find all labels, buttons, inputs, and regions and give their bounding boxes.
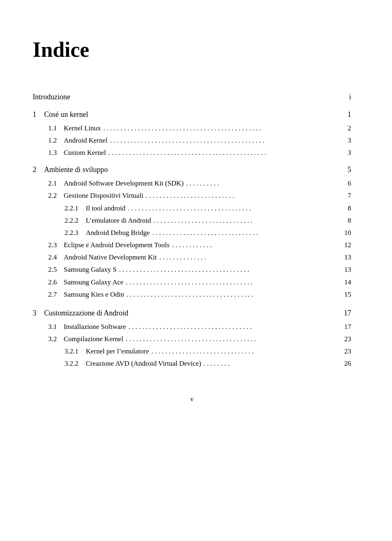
- chapter-3-label: Customizzazione di Android: [44, 307, 128, 319]
- toc-section-2-6: 2.6 Samsung Galaxy Ace . . . . . . . . .…: [33, 277, 351, 288]
- toc-section-2-3: 2.3 Eclipse e Android Development Tools …: [33, 239, 351, 250]
- subsection-2-2-3-label: Android Debug Bridge: [86, 227, 150, 238]
- section-3-2-number: 3.2: [48, 333, 64, 344]
- chapter-2-dots: [110, 164, 342, 175]
- toc-subsection-3-2-2: 3.2.2 Creazione AVD (Android Virtual Dev…: [33, 358, 351, 369]
- section-1-1-dots: . . . . . . . . . . . . . . . . . . . . …: [103, 123, 342, 134]
- section-2-3-label: Eclipse e Android Development Tools: [64, 239, 169, 250]
- chapter-1-dots: [91, 109, 342, 120]
- subsection-2-2-2-number: 2.2.2: [65, 215, 86, 226]
- subsection-3-2-2-page: 26: [344, 358, 351, 369]
- section-3-1-dots: . . . . . . . . . . . . . . . . . . . . …: [128, 321, 342, 332]
- subsection-2-2-2-page: 8: [345, 215, 351, 226]
- toc-section-3-2: 3.2 Compilazione Kernel . . . . . . . . …: [33, 333, 351, 344]
- section-1-3-label: Custom Kernel: [64, 147, 106, 158]
- toc-chapter-3: 3 Customizzazione di Android 17: [33, 307, 351, 319]
- section-3-2-page: 23: [344, 333, 351, 344]
- intro-label: Introduzione: [33, 91, 70, 103]
- section-2-1-label: Android Software Development Kit (SDK): [64, 178, 184, 189]
- section-2-7-dots: . . . . . . . . . . . . . . . . . . . . …: [127, 289, 342, 300]
- section-3-1-page: 17: [344, 321, 351, 332]
- intro-page: i: [345, 91, 351, 103]
- toc-section-1-2: 1.2 Android Kernel . . . . . . . . . . .…: [33, 135, 351, 146]
- section-1-2-dots: . . . . . . . . . . . . . . . . . . . . …: [110, 135, 342, 146]
- page-footer: v: [33, 394, 351, 405]
- toc-section-2-7: 2.7 Samsung Kies e Odin . . . . . . . . …: [33, 289, 351, 300]
- section-3-1-number: 3.1: [48, 321, 64, 332]
- section-2-6-dots: . . . . . . . . . . . . . . . . . . . . …: [126, 277, 342, 288]
- toc-subsection-2-2-3: 2.2.3 Android Debug Bridge . . . . . . .…: [33, 227, 351, 238]
- intro-dots: [73, 92, 342, 103]
- section-1-2-page: 3: [345, 135, 351, 146]
- section-2-4-label: Android Native Development Kit: [64, 252, 157, 263]
- page-title: Indice: [33, 33, 351, 67]
- section-1-3-number: 1.3: [48, 147, 64, 158]
- subsection-2-2-2-label: L’emulatore di Android: [86, 215, 151, 226]
- section-1-1-page: 2: [345, 123, 351, 134]
- chapter-1-number: 1: [33, 109, 44, 121]
- subsection-2-2-2-dots: . . . . . . . . . . . . . . . . . . . . …: [154, 215, 342, 226]
- section-2-4-number: 2.4: [48, 252, 64, 263]
- section-3-2-label: Compilazione Kernel: [64, 333, 123, 344]
- section-2-3-dots: . . . . . . . . . . . .: [172, 239, 342, 250]
- section-2-1-page: 6: [345, 178, 351, 189]
- toc-section-2-5: 2.5 Samsung Galaxy S . . . . . . . . . .…: [33, 264, 351, 275]
- subsection-2-2-3-dots: . . . . . . . . . . . . . . . . . . . . …: [152, 227, 342, 238]
- chapter-3-number: 3: [33, 307, 44, 319]
- section-1-3-page: 3: [345, 147, 351, 158]
- toc-intro-row: Introduzione i: [33, 91, 351, 103]
- subsection-2-2-1-dots: . . . . . . . . . . . . . . . . . . . . …: [128, 203, 342, 214]
- subsection-2-2-1-label: Il tool android: [86, 203, 125, 214]
- section-2-7-label: Samsung Kies e Odin: [64, 289, 124, 300]
- section-2-7-page: 15: [344, 289, 351, 300]
- subsection-2-2-3-number: 2.2.3: [65, 227, 86, 238]
- table-of-contents: Introduzione i 1 Cosé un kernel 1 1.1 Ke…: [33, 91, 351, 369]
- section-2-2-label: Gestione Dispositivi Virtuali: [64, 190, 143, 201]
- subsection-3-2-1-label: Kernel per l’emulatore: [86, 346, 149, 357]
- section-1-1-number: 1.1: [48, 123, 64, 134]
- section-2-7-number: 2.7: [48, 289, 64, 300]
- chapter-3-dots: [131, 308, 341, 319]
- section-2-3-page: 12: [344, 239, 351, 250]
- toc-section-2-2: 2.2 Gestione Dispositivi Virtuali . . . …: [33, 190, 351, 201]
- toc-subsection-3-2-1: 3.2.1 Kernel per l’emulatore . . . . . .…: [33, 346, 351, 357]
- chapter-2-label: Ambiente di sviluppo: [44, 164, 108, 176]
- section-2-1-dots: . . . . . . . . . .: [186, 178, 342, 189]
- section-2-2-number: 2.2: [48, 190, 64, 201]
- section-2-2-page: 7: [345, 190, 351, 201]
- subsection-3-2-2-number: 3.2.2: [65, 358, 86, 369]
- subsection-2-2-3-page: 10: [344, 227, 351, 238]
- section-3-2-dots: . . . . . . . . . . . . . . . . . . . . …: [126, 333, 342, 344]
- section-2-1-number: 2.1: [48, 178, 64, 189]
- subsection-3-2-1-dots: . . . . . . . . . . . . . . . . . . . . …: [151, 346, 342, 357]
- section-2-5-number: 2.5: [48, 264, 64, 275]
- toc-chapter-2: 2 Ambiente di sviluppo 5: [33, 164, 351, 176]
- section-2-5-dots: . . . . . . . . . . . . . . . . . . . . …: [119, 264, 342, 275]
- toc-chapter-1: 1 Cosé un kernel 1: [33, 109, 351, 121]
- section-2-6-label: Samsung Galaxy Ace: [64, 277, 123, 288]
- section-1-1-label: Kernel Linux: [64, 123, 101, 134]
- section-2-4-dots: . . . . . . . . . . . . . .: [159, 252, 342, 263]
- section-2-2-dots: . . . . . . . . . . . . . . . . . . . . …: [146, 190, 342, 201]
- section-2-6-page: 14: [344, 277, 351, 288]
- footer-page-number: v: [190, 396, 194, 402]
- section-1-2-number: 1.2: [48, 135, 64, 146]
- subsection-2-2-1-page: 8: [345, 203, 351, 214]
- section-2-5-label: Samsung Galaxy S: [64, 264, 116, 275]
- chapter-3-page: 17: [344, 307, 351, 319]
- chapter-1-page: 1: [345, 109, 351, 121]
- toc-section-1-3: 1.3 Custom Kernel . . . . . . . . . . . …: [33, 147, 351, 158]
- section-2-4-page: 13: [344, 252, 351, 263]
- chapter-2-number: 2: [33, 164, 44, 176]
- section-2-3-number: 2.3: [48, 239, 64, 250]
- toc-section-2-4: 2.4 Android Native Development Kit . . .…: [33, 252, 351, 263]
- subsection-3-2-1-number: 3.2.1: [65, 346, 86, 357]
- chapter-2-page: 5: [345, 164, 351, 176]
- chapter-1-label: Cosé un kernel: [44, 109, 88, 121]
- section-1-2-label: Android Kernel: [64, 135, 107, 146]
- subsection-3-2-2-dots: . . . . . . . .: [204, 358, 342, 369]
- section-2-5-page: 13: [344, 264, 351, 275]
- subsection-2-2-1-number: 2.2.1: [65, 203, 86, 214]
- subsection-3-2-1-page: 23: [344, 346, 351, 357]
- toc-section-3-1: 3.1 Installazione Software . . . . . . .…: [33, 321, 351, 332]
